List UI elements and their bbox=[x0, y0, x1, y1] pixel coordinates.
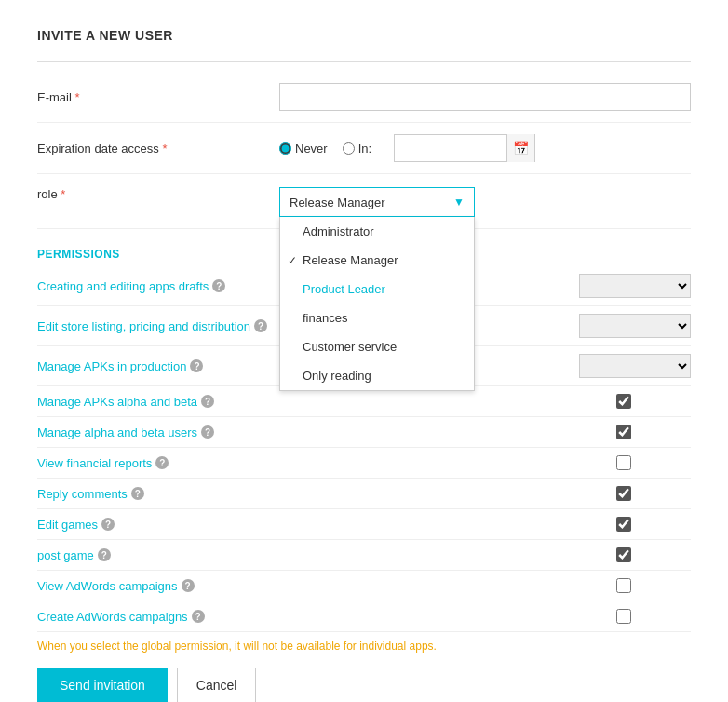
role-option-only-reading[interactable]: Only reading bbox=[280, 361, 474, 390]
permission-controls-edit-games bbox=[616, 517, 691, 532]
permission-controls-view-adwords bbox=[616, 578, 691, 593]
radio-in[interactable] bbox=[343, 142, 355, 155]
permission-select-store[interactable] bbox=[579, 314, 691, 338]
permission-controls-comments bbox=[616, 486, 691, 501]
send-invitation-button[interactable]: Send invitation bbox=[37, 668, 168, 702]
email-input[interactable] bbox=[279, 83, 691, 111]
permission-controls-alpha-users bbox=[616, 425, 691, 439]
permission-controls-store bbox=[579, 314, 691, 338]
calendar-icon: 📅 bbox=[513, 141, 529, 155]
help-icon-alpha-users[interactable]: ? bbox=[201, 425, 214, 439]
expiration-radio-group: Never In: 📅 bbox=[279, 134, 535, 162]
permission-row-financial: View financial reports ? bbox=[37, 448, 691, 479]
button-row: Send invitation Cancel bbox=[37, 668, 691, 702]
title-divider bbox=[37, 61, 691, 62]
help-icon-edit-games[interactable]: ? bbox=[101, 518, 115, 531]
role-dropdown-wrapper: Release Manager ▼ Administrator Release … bbox=[279, 187, 475, 217]
help-icon-apk-alpha[interactable]: ? bbox=[201, 395, 214, 408]
role-selected-label: Release Manager bbox=[290, 196, 385, 209]
permission-label-edit-games: Edit games ? bbox=[37, 518, 616, 532]
role-option-customer-service[interactable]: Customer service bbox=[280, 332, 474, 361]
checkbox-alpha-users[interactable] bbox=[616, 425, 631, 439]
permission-row-create-adwords: Create AdWords campaigns ? bbox=[37, 601, 691, 632]
checkbox-edit-games[interactable] bbox=[616, 517, 631, 532]
checkbox-comments[interactable] bbox=[616, 486, 631, 501]
permission-controls-apk-prod bbox=[579, 354, 691, 378]
help-icon-create-adwords[interactable]: ? bbox=[192, 610, 205, 623]
date-input-wrapper: 📅 bbox=[394, 134, 535, 162]
permission-row-comments: Reply comments ? bbox=[37, 479, 691, 509]
permission-controls-apk-alpha bbox=[616, 394, 691, 409]
permission-row-view-adwords: View AdWords campaigns ? bbox=[37, 571, 691, 601]
help-icon-financial[interactable]: ? bbox=[155, 456, 169, 469]
permission-label-comments: Reply comments ? bbox=[37, 487, 616, 501]
email-control-area bbox=[279, 83, 691, 111]
radio-never-option[interactable]: Never bbox=[279, 142, 328, 155]
radio-in-option[interactable]: In: bbox=[343, 142, 371, 155]
permission-row-edit-games: Edit games ? bbox=[37, 509, 691, 540]
radio-never[interactable] bbox=[279, 142, 291, 155]
checkbox-apk-alpha[interactable] bbox=[616, 394, 631, 409]
role-option-finances[interactable]: finances bbox=[280, 304, 474, 332]
info-text: When you select the global permission, i… bbox=[37, 640, 691, 653]
role-option-product-leader[interactable]: Product Leader bbox=[280, 275, 474, 304]
permission-row-post-game: post game ? bbox=[37, 540, 691, 571]
help-icon-comments[interactable]: ? bbox=[131, 487, 144, 500]
permission-label-financial: View financial reports ? bbox=[37, 456, 616, 470]
help-icon-creating[interactable]: ? bbox=[212, 279, 225, 292]
cancel-button[interactable]: Cancel bbox=[177, 668, 257, 702]
checkbox-financial[interactable] bbox=[616, 455, 631, 470]
help-icon-view-adwords[interactable]: ? bbox=[182, 579, 195, 592]
permission-label-alpha-users: Manage alpha and beta users ? bbox=[37, 425, 616, 439]
permission-label-view-adwords: View AdWords campaigns ? bbox=[37, 579, 616, 593]
checkbox-view-adwords[interactable] bbox=[616, 578, 631, 593]
role-option-release-manager[interactable]: Release Manager bbox=[280, 246, 474, 275]
checkbox-post-game[interactable] bbox=[616, 547, 631, 562]
permission-controls-create-adwords bbox=[616, 609, 691, 624]
role-option-administrator[interactable]: Administrator bbox=[280, 217, 474, 246]
checkbox-create-adwords[interactable] bbox=[616, 609, 631, 624]
role-row: role * Release Manager ▼ Administrator R… bbox=[37, 174, 691, 229]
calendar-button[interactable]: 📅 bbox=[506, 134, 534, 162]
permission-row-alpha-users: Manage alpha and beta users ? bbox=[37, 417, 691, 448]
role-control-area: Release Manager ▼ Administrator Release … bbox=[279, 187, 691, 217]
dropdown-arrow-icon: ▼ bbox=[453, 196, 465, 209]
permission-label-apk-alpha: Manage APKs alpha and beta ? bbox=[37, 395, 616, 409]
role-dropdown-button[interactable]: Release Manager ▼ bbox=[279, 187, 475, 217]
permission-label-post-game: post game ? bbox=[37, 548, 616, 562]
role-dropdown-menu: Administrator Release Manager Product Le… bbox=[279, 217, 475, 391]
permission-select-apk-prod[interactable] bbox=[579, 354, 691, 378]
date-input[interactable] bbox=[395, 138, 506, 159]
permission-controls-post-game bbox=[616, 547, 691, 562]
expiration-label: Expiration date access * bbox=[37, 142, 279, 155]
email-row: E-mail * bbox=[37, 72, 691, 123]
permission-controls-financial bbox=[616, 455, 691, 470]
help-icon-post-game[interactable]: ? bbox=[98, 548, 111, 561]
page-title: INVITE A NEW USER bbox=[37, 28, 691, 43]
expiration-control-area: Never In: 📅 bbox=[279, 134, 691, 162]
role-label: role * bbox=[37, 187, 279, 201]
help-icon-store[interactable]: ? bbox=[254, 319, 267, 332]
permission-label-create-adwords: Create AdWords campaigns ? bbox=[37, 610, 616, 624]
permission-controls-creating bbox=[579, 274, 691, 298]
email-label: E-mail * bbox=[37, 90, 279, 104]
expiration-row: Expiration date access * Never In: 📅 bbox=[37, 123, 691, 174]
help-icon-apk-prod[interactable]: ? bbox=[190, 359, 203, 372]
permission-select-creating[interactable] bbox=[579, 274, 691, 298]
